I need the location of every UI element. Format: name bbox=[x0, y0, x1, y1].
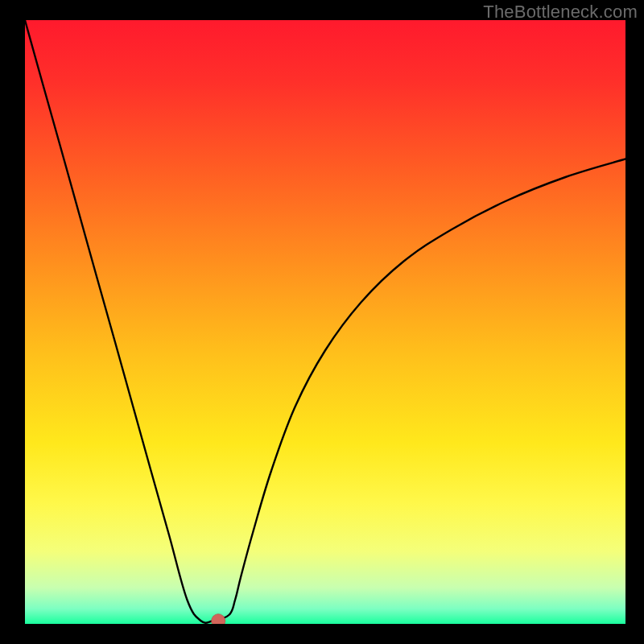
plot-svg bbox=[25, 20, 625, 624]
plot-area bbox=[25, 20, 625, 624]
chart-stage: TheBottleneck.com bbox=[0, 0, 644, 644]
gradient-background bbox=[25, 20, 625, 624]
watermark-text: TheBottleneck.com bbox=[483, 2, 638, 23]
